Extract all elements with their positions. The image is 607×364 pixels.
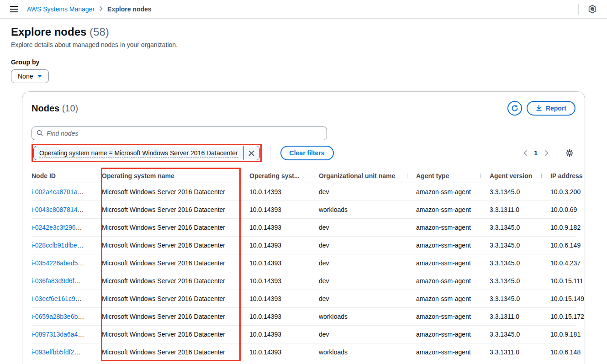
cell-os-version: 10.0.14393 — [240, 206, 310, 213]
cell-os-name: Microsoft Windows Server 2016 Datacenter — [93, 295, 240, 302]
table-row: i-028ccfb91dfbe… Microsoft Windows Serve… — [32, 237, 575, 254]
cell-agent-version: 3.3.1345.0 — [480, 224, 541, 231]
cell-agent-type: amazon-ssm-agent — [407, 224, 480, 231]
filter-token: Operating system name = Microsoft Window… — [33, 146, 260, 160]
table-row: i-0659a28b3e6b… Microsoft Windows Server… — [32, 308, 575, 326]
group-by-dropdown[interactable]: None — [11, 69, 49, 83]
node-id-ellipsis: … — [74, 348, 80, 356]
settings-gear-icon[interactable] — [564, 147, 575, 159]
amazon-q-icon[interactable] — [587, 4, 598, 15]
cell-agent-type: amazon-ssm-agent — [407, 242, 480, 249]
cell-org-unit: dev — [310, 188, 407, 195]
cell-agent-version: 3.3.1345.0 — [480, 188, 541, 195]
cell-ip: 10.0.0.69 — [541, 206, 598, 213]
cell-agent-type: amazon-ssm-agent — [407, 259, 480, 267]
node-id-link[interactable]: i-002a4ca8701a — [32, 188, 77, 195]
cell-agent-type: amazon-ssm-agent — [407, 313, 480, 320]
node-id-ellipsis: … — [77, 188, 84, 195]
cell-ip: 10.0.9.181 — [541, 331, 598, 338]
pagination-previous-icon[interactable] — [519, 147, 531, 159]
cell-org-unit: dev — [310, 331, 407, 338]
cell-os-version: 10.0.14393 — [240, 313, 310, 320]
node-id-ellipsis: … — [78, 331, 84, 338]
cell-os-version: 10.0.14393 — [240, 188, 310, 195]
node-id-link[interactable]: i-093effbb5fdf2 — [32, 348, 74, 356]
column-header-os-name: Operating system name — [93, 172, 240, 179]
node-id-link[interactable]: i-03ecf6e161c9 — [32, 295, 75, 302]
breadcrumb: AWS Systems Manager Explore nodes — [27, 5, 152, 13]
clear-filters-label: Clear filters — [290, 149, 325, 157]
pagination-next-icon[interactable] — [540, 147, 552, 159]
table-row: i-0897313da6a4… Microsoft Windows Server… — [32, 326, 575, 343]
cell-org-unit: dev — [310, 224, 407, 231]
cell-org-unit: dev — [310, 242, 407, 249]
page-title-text: Explore nodes — [11, 26, 86, 38]
refresh-button[interactable] — [507, 101, 522, 116]
breadcrumb-link-systems-manager[interactable]: AWS Systems Manager — [27, 5, 95, 13]
node-id-ellipsis: … — [74, 277, 80, 285]
cell-os-name: Microsoft Windows Server 2016 Datacenter — [93, 242, 240, 249]
nodes-panel: Nodes (10) Report — [22, 91, 585, 364]
cell-agent-type: amazon-ssm-agent — [407, 188, 480, 195]
cell-agent-type: amazon-ssm-agent — [407, 331, 480, 338]
search-input[interactable] — [47, 130, 322, 137]
filter-token-label: Operating system name = Microsoft Window… — [34, 149, 243, 157]
page-title-count: (58) — [90, 26, 109, 38]
cell-agent-version: 3.3.1345.0 — [480, 277, 541, 285]
node-id-ellipsis: … — [77, 206, 84, 213]
node-id-link[interactable]: i-0043c8087814 — [32, 206, 77, 213]
filter-token-close-icon[interactable] — [244, 146, 259, 160]
node-id-ellipsis: … — [78, 259, 84, 267]
annotation-filter-highlight: Operating system name = Microsoft Window… — [32, 144, 262, 162]
table-row: i-0242e3c3f296… Microsoft Windows Server… — [32, 219, 575, 237]
cell-node-id: i-03ecf6e161c9… — [32, 295, 93, 302]
node-id-link[interactable]: i-0659a28b3e6b — [32, 313, 78, 320]
cell-org-unit: dev — [310, 277, 407, 285]
table-row: i-036fa83d9d6f… Microsoft Windows Server… — [32, 272, 575, 290]
cell-node-id: i-093effbb5fdf2… — [32, 348, 93, 356]
cell-os-name: Microsoft Windows Server 2016 Datacenter — [93, 313, 240, 320]
cell-org-unit: workloads — [310, 313, 407, 320]
cell-org-unit: workloads — [310, 348, 407, 356]
menu-hamburger-icon[interactable] — [9, 4, 19, 14]
cell-org-unit: dev — [310, 259, 407, 267]
cell-agent-version: 3.3.1311.0 — [480, 206, 541, 213]
node-id-link[interactable]: i-0897313da6a4 — [32, 331, 78, 338]
table-header-row: Node ID Operating system name Operating … — [32, 169, 575, 183]
cell-ip: 10.0.9.182 — [541, 224, 598, 231]
cell-agent-version: 3.3.1345.0 — [480, 331, 541, 338]
cell-ip: 10.0.15.172 — [541, 313, 598, 320]
clear-filters-button[interactable]: Clear filters — [280, 146, 334, 160]
column-header-ip: IP address — [541, 172, 598, 179]
column-header-org-unit: Organizational unit name — [310, 172, 407, 179]
cell-org-unit: workloads — [310, 206, 407, 213]
cell-agent-type: amazon-ssm-agent — [407, 348, 480, 356]
cell-os-version: 10.0.14393 — [240, 259, 310, 267]
breadcrumb-current: Explore nodes — [107, 5, 151, 13]
cell-os-version: 10.0.14393 — [240, 295, 310, 302]
cell-agent-type: amazon-ssm-agent — [407, 277, 480, 285]
node-id-link[interactable]: i-0354226abed5 — [32, 259, 78, 267]
cell-node-id: i-0354226abed5… — [32, 259, 93, 267]
filter-divider — [270, 146, 270, 160]
pagination-current-page[interactable]: 1 — [534, 149, 538, 157]
panel-title-count: (10) — [62, 103, 79, 113]
cell-ip: 10.0.15.149 — [541, 295, 598, 302]
cell-node-id: i-036fa83d9d6f… — [32, 277, 93, 285]
cell-node-id: i-0659a28b3e6b… — [32, 313, 93, 320]
column-header-agent-version: Agent version — [480, 172, 541, 179]
pagination: 1 — [519, 147, 575, 159]
node-id-link[interactable]: i-036fa83d9d6f — [32, 277, 74, 285]
cell-ip: 10.0.3.200 — [541, 188, 598, 195]
column-header-os-version: Operating syst... — [240, 172, 310, 179]
panel-title-text: Nodes — [32, 103, 59, 113]
breadcrumb-separator-icon — [99, 5, 103, 13]
node-id-link[interactable]: i-0242e3c3f296 — [32, 224, 76, 231]
report-button[interactable]: Report — [527, 101, 575, 116]
node-id-link[interactable]: i-028ccfb91dfbe — [32, 242, 77, 249]
cell-agent-version: 3.3.1311.0 — [480, 313, 541, 320]
cell-node-id: i-0242e3c3f296… — [32, 224, 93, 231]
chevron-down-icon — [37, 75, 42, 78]
cell-node-id: i-002a4ca8701a… — [32, 188, 93, 195]
cell-ip: 10.0.15.111 — [541, 277, 598, 285]
